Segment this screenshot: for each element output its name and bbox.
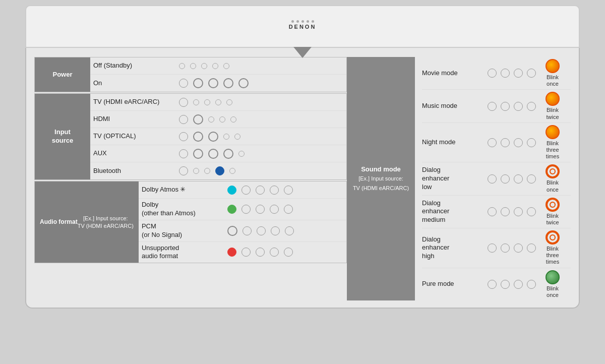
circle <box>501 174 510 184</box>
table-row: TV (HDMI eARC/ARC) <box>90 94 346 111</box>
circles-row <box>179 132 240 142</box>
circle <box>208 116 214 123</box>
right-circles: Blinktwice <box>488 198 571 226</box>
circle <box>223 63 229 69</box>
table-row: PCM(or No Signal) <box>139 220 346 242</box>
power-group: Power Off (Standby) <box>34 57 347 92</box>
circle <box>241 186 251 195</box>
circles-row <box>227 226 294 236</box>
circle <box>488 244 497 253</box>
blink-orange-ring-icon <box>546 198 560 212</box>
circle <box>204 168 210 174</box>
blink-orange-icon <box>546 125 560 139</box>
circle <box>488 102 497 111</box>
right-row-dialog-medium: Dialogenhancermedium Blinktwice <box>422 196 571 228</box>
circle <box>527 69 536 78</box>
dot-4 <box>307 20 309 23</box>
circles-row <box>227 248 293 257</box>
blink-orange-icon <box>546 59 560 73</box>
right-label: Dialogenhancerhigh <box>422 235 488 261</box>
circles-row <box>179 166 235 175</box>
row-label: HDMI <box>93 115 179 124</box>
circle <box>514 174 523 184</box>
right-label: Pure mode <box>422 280 488 288</box>
table-row: Bluetooth <box>90 162 346 179</box>
blink-group: Blinkonce <box>540 59 565 87</box>
circle <box>193 99 199 105</box>
circle <box>488 138 497 147</box>
circle <box>270 248 279 257</box>
input-rows: TV (HDMI eARC/ARC) HDMI <box>90 94 346 179</box>
circle <box>193 114 203 125</box>
dot-3 <box>301 20 304 23</box>
table-row: Dolby(other than Atmos) <box>139 199 346 220</box>
circle <box>501 102 510 111</box>
blink-group: Blinktwice <box>540 198 565 226</box>
circles-row <box>227 186 293 195</box>
circle <box>270 205 279 214</box>
circle <box>488 69 497 78</box>
row-label: TV (HDMI eARC/ARC) <box>93 98 179 106</box>
circle <box>238 78 249 88</box>
circle <box>488 174 497 184</box>
brand-logo: DENON <box>289 24 317 30</box>
blink-label: Blinkonce <box>540 285 565 298</box>
blink-label: Blinkthree times <box>540 246 565 266</box>
blink-orange-icon <box>546 92 560 106</box>
blink-label: Blinkthree times <box>540 140 565 160</box>
circle <box>215 99 221 105</box>
circle <box>488 280 497 289</box>
circle <box>179 63 185 69</box>
dot-2 <box>296 20 299 23</box>
circle <box>527 102 536 111</box>
circle <box>284 205 293 214</box>
circle <box>226 99 232 105</box>
circle <box>179 132 188 141</box>
row-label: Dolby(other than Atmos) <box>142 201 227 218</box>
circle <box>193 132 203 142</box>
right-circles: Blinktwice <box>488 92 571 120</box>
circles-row <box>227 205 293 214</box>
blink-orange-ring-icon <box>546 164 560 178</box>
input-source-label: Inputsource <box>35 94 90 179</box>
circle <box>193 78 203 88</box>
right-label: Dialogenhancermedium <box>422 199 488 225</box>
row-label: Bluetooth <box>93 167 179 175</box>
blink-green-icon <box>546 270 560 284</box>
right-label: Movie mode <box>422 69 488 78</box>
circle <box>284 248 293 257</box>
circle <box>234 134 240 140</box>
power-label: Power <box>35 57 90 92</box>
circle <box>241 205 251 214</box>
circles-row <box>179 149 245 159</box>
circle <box>501 69 510 78</box>
circle <box>514 138 523 147</box>
dot-1 <box>291 20 294 23</box>
circle-filled-bluetooth <box>215 166 224 175</box>
right-circles: Blinkonce <box>488 59 571 87</box>
blink-label: Blinktwice <box>540 107 565 120</box>
circle <box>256 186 265 195</box>
circle <box>179 79 188 88</box>
circle <box>229 168 235 174</box>
row-label: On <box>93 79 179 88</box>
circle <box>238 151 245 157</box>
blink-group: Blinkthree times <box>540 230 565 266</box>
circle <box>256 248 265 257</box>
circle <box>514 69 523 78</box>
blink-label: Blinktwice <box>540 213 565 226</box>
circle <box>230 116 236 123</box>
circle <box>241 248 251 257</box>
blink-group: Blinkthree times <box>540 125 565 160</box>
circle-filled-green <box>227 205 236 214</box>
circle <box>223 78 233 88</box>
circle <box>243 226 252 235</box>
blink-group: Blinkonce <box>540 270 565 298</box>
circle <box>223 149 233 159</box>
circle <box>527 244 536 253</box>
table-row: HDMI <box>90 111 346 128</box>
audio-format-label: Audio format[Ex.] Input source:TV (HDMI … <box>35 181 139 263</box>
circles-row <box>179 114 236 125</box>
circle <box>514 244 523 253</box>
circle <box>227 226 237 236</box>
